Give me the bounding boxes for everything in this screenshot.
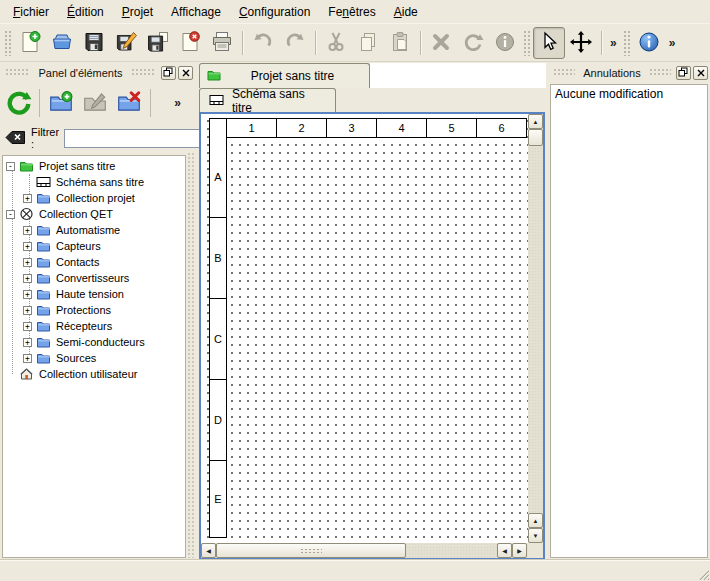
expander-icon[interactable]: + <box>23 338 32 347</box>
toolbar-drag-handle[interactable] <box>623 30 631 56</box>
menu-edition[interactable]: Édition <box>58 2 113 22</box>
expander-icon[interactable]: + <box>23 354 32 363</box>
expander-icon[interactable]: + <box>23 322 32 331</box>
cut-button[interactable] <box>320 27 352 59</box>
resize-grip-icon[interactable] <box>696 567 709 580</box>
save-button[interactable] <box>78 27 110 59</box>
save-all-button[interactable] <box>142 27 174 59</box>
undo-panel-dock: Annulations Aucune modification <box>548 62 710 560</box>
column-header: 4 <box>377 118 427 138</box>
tree-item-protections[interactable]: +Protections <box>3 302 185 318</box>
about-info-button[interactable] <box>633 27 665 59</box>
open-folder-icon <box>50 30 74 56</box>
expander-icon[interactable]: + <box>23 306 32 315</box>
dock-float-button[interactable] <box>676 66 691 80</box>
vertical-scrollbar[interactable]: ▲ ▲ ▼ <box>528 114 543 543</box>
reload-collections-button[interactable] <box>2 87 34 119</box>
panel-splitter[interactable] <box>187 152 194 558</box>
tree-item-collection-utilisateur[interactable]: Collection utilisateur <box>3 366 185 382</box>
tree-item-collection-qet[interactable]: -Collection QET <box>3 206 185 222</box>
redo-button[interactable] <box>279 27 311 59</box>
toolbar-separator <box>242 31 243 55</box>
expander-icon[interactable]: + <box>23 242 32 251</box>
tab-schema-sans-titre[interactable]: Schéma sans titre <box>199 88 336 112</box>
dock-close-button[interactable] <box>693 66 708 80</box>
dock-close-button[interactable] <box>178 66 193 80</box>
save-as-button[interactable] <box>110 27 142 59</box>
selection-mode-button[interactable] <box>533 27 565 59</box>
tab-projet-sans-titre[interactable]: Projet sans titre <box>199 63 370 88</box>
open-project-button[interactable] <box>46 27 78 59</box>
tree-item-label: Collection projet <box>56 192 135 204</box>
toolbar-overflow-button[interactable]: » <box>665 36 680 50</box>
filter-input[interactable] <box>64 129 214 148</box>
undo-history-list[interactable]: Aucune modification <box>550 84 708 558</box>
scroll-left-button[interactable]: ◀ <box>497 543 512 558</box>
scrollbar-corner <box>528 543 543 558</box>
tree-item-label: Schéma sans titre <box>56 176 144 188</box>
new-category-button[interactable] <box>45 87 77 119</box>
menu-projet[interactable]: Projet <box>113 2 162 22</box>
scroll-right-button[interactable]: ▶ <box>512 543 527 558</box>
menu-configuration[interactable]: Configuration <box>230 2 319 22</box>
tree-item-recepteurs[interactable]: +Récepteurs <box>3 318 185 334</box>
print-button[interactable] <box>206 27 238 59</box>
menu-fenetres[interactable]: Fenêtres <box>319 2 384 22</box>
tree-item-label: Collection QET <box>39 208 113 220</box>
menu-fichier[interactable]: Fichier <box>4 2 58 22</box>
expander-icon[interactable]: + <box>23 258 32 267</box>
pan-mode-button[interactable] <box>565 27 597 59</box>
undo-button[interactable] <box>247 27 279 59</box>
expander-icon[interactable]: + <box>23 290 32 299</box>
tree-item-schema-sans-titre[interactable]: Schéma sans titre <box>3 174 185 190</box>
toolbar-separator <box>150 89 151 117</box>
panel-toolbar-overflow-button[interactable]: » <box>170 96 185 110</box>
scroll-up-button[interactable]: ▲ <box>528 114 543 129</box>
paste-button[interactable] <box>384 27 416 59</box>
tree-item-collection-projet[interactable]: +Collection projet <box>3 190 185 206</box>
edit-category-button[interactable] <box>79 87 111 119</box>
scroll-left-button[interactable]: ◀ <box>201 543 216 558</box>
rotate-button[interactable] <box>457 27 489 59</box>
tree-item-sources[interactable]: +Sources <box>3 350 185 366</box>
tree-item-capteurs[interactable]: +Capteurs <box>3 238 185 254</box>
toolbar-drag-handle[interactable] <box>523 30 531 56</box>
tree-item-semi-conducteurs[interactable]: +Semi-conducteurs <box>3 334 185 350</box>
new-document-button[interactable] <box>14 27 46 59</box>
paste-icon <box>388 30 412 56</box>
scroll-up-button[interactable]: ▲ <box>528 513 543 528</box>
dock-float-button[interactable] <box>161 66 176 80</box>
toolbar-overflow-button[interactable]: » <box>606 36 621 50</box>
menu-aide[interactable]: Aide <box>385 2 427 22</box>
undo-list-item[interactable]: Aucune modification <box>551 85 707 103</box>
elements-panel-titlebar[interactable]: Panel d'éléments <box>2 64 193 81</box>
tree-item-automatisme[interactable]: +Automatisme <box>3 222 185 238</box>
expander-icon[interactable]: - <box>6 210 15 219</box>
element-info-button[interactable] <box>489 27 521 59</box>
horizontal-scrollbar-thumb[interactable] <box>216 543 406 558</box>
toolbar-drag-handle[interactable] <box>4 30 12 56</box>
close-icon <box>181 68 191 78</box>
delete-button[interactable] <box>425 27 457 59</box>
copy-button[interactable] <box>352 27 384 59</box>
expander-icon[interactable]: + <box>23 226 32 235</box>
expander-icon[interactable]: - <box>6 162 15 171</box>
clear-filter-button[interactable] <box>4 130 26 147</box>
diagram-canvas[interactable]: 1 2 3 4 5 6 A B C D E <box>201 114 528 543</box>
info-blue-icon <box>637 30 661 56</box>
tree-item-contacts[interactable]: +Contacts <box>3 254 185 270</box>
schema-tab-bar: Schéma sans titre <box>195 88 548 112</box>
close-document-button[interactable] <box>174 27 206 59</box>
menu-affichage[interactable]: Affichage <box>162 2 230 22</box>
tree-item-convertisseurs[interactable]: +Convertisseurs <box>3 270 185 286</box>
delete-category-button[interactable] <box>113 87 145 119</box>
expander-icon[interactable]: + <box>23 274 32 283</box>
vertical-scrollbar-thumb[interactable] <box>528 129 543 146</box>
scroll-down-button[interactable]: ▼ <box>528 528 543 543</box>
expander-icon[interactable]: + <box>23 194 32 203</box>
undo-panel-titlebar[interactable]: Annulations <box>550 64 708 81</box>
horizontal-scrollbar[interactable]: ◀ ◀ ▶ <box>201 543 528 558</box>
elements-tree[interactable]: -Projet sans titre Schéma sans titre +Co… <box>2 155 186 558</box>
tree-item-projet-sans-titre[interactable]: -Projet sans titre <box>3 158 185 174</box>
tree-item-haute-tension[interactable]: +Haute tension <box>3 286 185 302</box>
